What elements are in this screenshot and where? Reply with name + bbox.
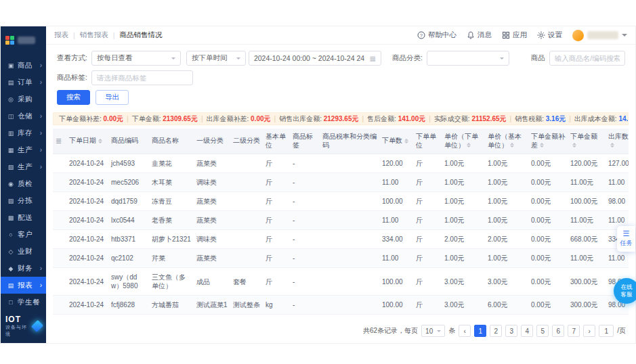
row-expand-cell [53,173,66,192]
unit-label: 条 [448,326,455,336]
page-button-1[interactable]: 1 [474,325,486,337]
user-menu[interactable] [572,30,627,41]
sidebar-item-label: 采购 [18,95,42,104]
table-cell [320,173,379,192]
page-button-3[interactable]: 3 [505,325,517,337]
page-button-2[interactable]: 2 [490,325,502,337]
sidebar-item-warehouse[interactable]: ◫仓储› [1,108,46,124]
table-cell: - [290,315,320,321]
table-row[interactable]: 2024-10-24qjcsu2245青椒炒牛肉丝成品份-23.00份3.00元… [53,315,629,321]
sidebar-item-quality[interactable]: ◉质检 [1,175,46,192]
chevron-right-icon: › [40,129,42,137]
page-button-7[interactable]: 7 [568,325,580,337]
sidebar-item-orders[interactable]: ▤订单› [1,74,46,91]
table-cell: qjcsu2245 [108,315,149,321]
tag-input[interactable] [91,70,193,85]
table-cell: 斤 [263,268,290,296]
sidebar-item-finance[interactable]: ◆财务› [1,260,46,277]
table-cell: 1.00元 [442,154,485,173]
page-size-select[interactable]: 10 [421,325,445,337]
table-cell: swy（ddw）5980 [108,268,149,296]
messages-button[interactable]: 消息 [467,30,492,40]
sidebar-item-label: 报表 [18,281,40,290]
settings-button[interactable]: 设置 [537,30,562,40]
table-row[interactable]: 2024-10-24jch4593韭菜花蔬菜类斤-120.00斤1.00元1.0… [53,154,629,173]
sidebar-item-inventory[interactable]: ▥库存› [1,124,46,141]
sidebar-item-goods[interactable]: ▣商品› [1,57,46,74]
sidebar-item-biz-finance[interactable]: ◇业财 [1,243,46,260]
pagination: 共62条记录，每页 10 条 ‹ 1234567 › /页 [46,320,635,343]
search-button[interactable]: 搜索 [57,90,90,105]
sidebar-item-production-1[interactable]: ▦生产› [1,141,46,158]
chevron-down-icon [622,34,627,39]
sidebar-item-student-meals[interactable]: □学生餐 [1,294,46,311]
export-button[interactable]: 导出 [96,90,129,105]
table-row[interactable]: 2024-10-24qc2102芹菜蔬菜类斤-11.00斤1.00元1.00元0… [53,249,629,268]
next-page-button[interactable]: › [583,325,595,337]
sidebar-item-label: 分拣 [18,196,42,206]
date-range-picker[interactable]: 2024-10-24 00:00 ~ 2024-10-24 24:00 ▦ [249,51,381,66]
column-header[interactable]: 单价（下单单位） [442,129,485,154]
column-header: 商品名称 [149,129,194,154]
customer-service-label: 在线客服 [621,283,633,298]
table-row[interactable]: 2024-10-24fcfj8628方城番茄测试蔬菜1测试整条kg-100.00… [53,296,629,315]
apps-button[interactable]: 应用 [502,30,527,40]
page-jump-input[interactable] [599,325,614,337]
table-cell: 1.00元 [485,173,528,192]
table-cell: 斤 [263,173,290,192]
table-cell: dqd1759 [108,192,149,211]
sidebar-item-reports[interactable]: ▤报表› [1,277,46,294]
sidebar-item-sorting[interactable]: ▨分拣 [1,192,46,209]
product-search-input[interactable] [549,51,625,66]
sort-icon[interactable] [98,139,102,143]
table-row[interactable]: 2024-10-24swy（ddw）5980三文鱼（多单位）成品套餐斤-100.… [53,268,629,296]
column-header[interactable]: 下单数 [379,129,413,154]
sidebar: ▣商品›▤订单›◎采购◫仓储›▥库存›▦生产›▧生产›◉质检▨分拣▩配送○客户◇… [1,26,46,343]
page-button-5[interactable]: 5 [536,325,549,337]
prev-page-button[interactable]: ‹ [459,325,471,337]
page-button-6[interactable]: 6 [552,325,564,337]
page-button-4[interactable]: 4 [521,325,533,337]
column-header[interactable]: 下单金额 [568,129,606,154]
category-label: 商品分类: [392,53,423,63]
help-center-button[interactable]: ? 帮助中心 [417,30,457,40]
sidebar-item-customers[interactable]: ○客户 [1,226,46,243]
sort-icon[interactable] [572,143,576,147]
table-row[interactable]: 2024-10-24lxc0544老香菜蔬菜类斤-11.00斤1.00元1.00… [53,211,629,230]
chevron-down-icon [437,330,441,334]
bell-icon [467,31,475,39]
column-header[interactable]: 下单金额补差 [528,129,568,154]
sidebar-item-delivery[interactable]: ▩配送 [1,209,46,226]
column-header[interactable]: 出库数 [606,129,629,154]
sort-icon[interactable] [610,143,614,147]
sidebar-item-production-2[interactable]: ▧生产› [1,158,46,175]
summary-item: 实际成交额: 21152.65元 [434,114,507,124]
breadcrumb-module[interactable]: 报表 [54,30,68,40]
table-cell [230,315,263,321]
sidebar-item-purchase[interactable]: ◎采购 [1,91,46,108]
column-settings-icon[interactable]: ≣ [56,137,62,145]
column-header[interactable]: 单价（基本单位） [485,129,528,154]
table-cell: 120.00 [379,154,413,173]
sort-icon[interactable] [540,143,544,147]
column-header: 二级分类 [230,129,263,154]
table-row[interactable]: 2024-10-24htb3371胡萝卜21321调味类斤-334.00斤2.0… [53,230,629,249]
column-header[interactable]: 下单日期 [66,129,108,154]
table-row[interactable]: 2024-10-24dqd1759冻青豆蔬菜类斤-100.00斤1.00元1.0… [53,192,629,211]
sort-icon[interactable] [467,143,471,147]
sort-icon[interactable] [510,143,514,147]
table-row[interactable]: 2024-10-24mec5206木耳菜调味类斤-11.00斤1.00元1.00… [53,173,629,192]
category-select[interactable] [427,51,509,66]
summary-separator: | [362,115,364,122]
sort-icon[interactable] [404,139,408,143]
table-cell: 2024-10-24 [66,249,108,268]
task-panel-button[interactable]: ☰ 任务 [617,226,635,252]
finance-icon: ◆ [7,265,14,272]
time-field-select[interactable]: 按下单时间 [186,51,246,66]
breadcrumb-section[interactable]: 销售报表 [80,30,108,40]
customer-service-button[interactable]: 在线客服 [614,278,636,304]
topbar: 报表 | 销售报表 | 商品销售情况 ? 帮助中心 消息 应用 [46,26,635,45]
view-mode-select[interactable]: 按每日查看 [91,51,181,66]
table-cell: 3.00元 [442,268,485,296]
chevron-down-icon [236,58,240,62]
